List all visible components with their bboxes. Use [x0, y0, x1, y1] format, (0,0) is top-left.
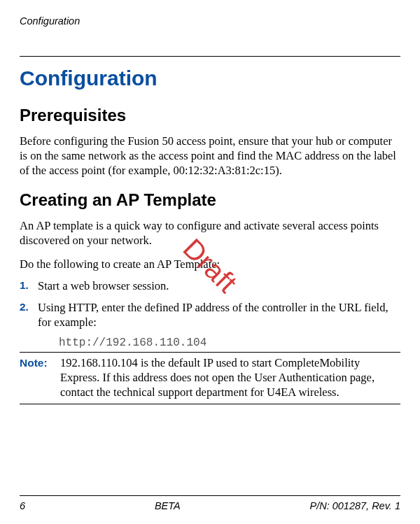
step-text: Start a web browser session.: [38, 279, 169, 292]
top-rule: [20, 56, 400, 57]
note-body: 192.168.110.104 is the default IP used t…: [60, 355, 400, 399]
running-header: Configuration: [20, 15, 400, 27]
note-block: Note: 192.168.110.104 is the default IP …: [20, 355, 400, 399]
page-number: 6: [20, 500, 25, 511]
ap-template-intro-1: An AP template is a quick way to configu…: [20, 218, 400, 248]
part-number: P/N: 001287, Rev. 1: [309, 500, 400, 511]
section-heading-creating-ap-template: Creating an AP Template: [20, 190, 400, 210]
section-heading-prerequisites: Prerequisites: [20, 106, 400, 125]
note-top-rule: [20, 352, 400, 353]
code-example: http://192.168.110.104: [20, 337, 400, 349]
prerequisites-text: Before configuring the Fusion 50 access …: [20, 134, 400, 178]
note-bottom-rule: [20, 404, 400, 404]
step-text: Using HTTP, enter the defined IP address…: [38, 301, 388, 329]
note-label: Note:: [20, 355, 60, 370]
list-item: 1. Start a web browser session.: [20, 278, 400, 293]
ap-template-intro-2: Do the following to create an AP Templat…: [20, 257, 400, 271]
page-title: Configuration: [20, 66, 400, 90]
step-number: 2.: [20, 300, 29, 314]
steps-list: 1. Start a web browser session. 2. Using…: [20, 278, 400, 330]
step-number: 1.: [20, 278, 29, 292]
footer-rule: [20, 495, 400, 496]
list-item: 2. Using HTTP, enter the defined IP addr…: [20, 300, 400, 330]
footer: 6 BETA P/N: 001287, Rev. 1: [20, 495, 400, 511]
footer-center: BETA: [155, 500, 181, 511]
